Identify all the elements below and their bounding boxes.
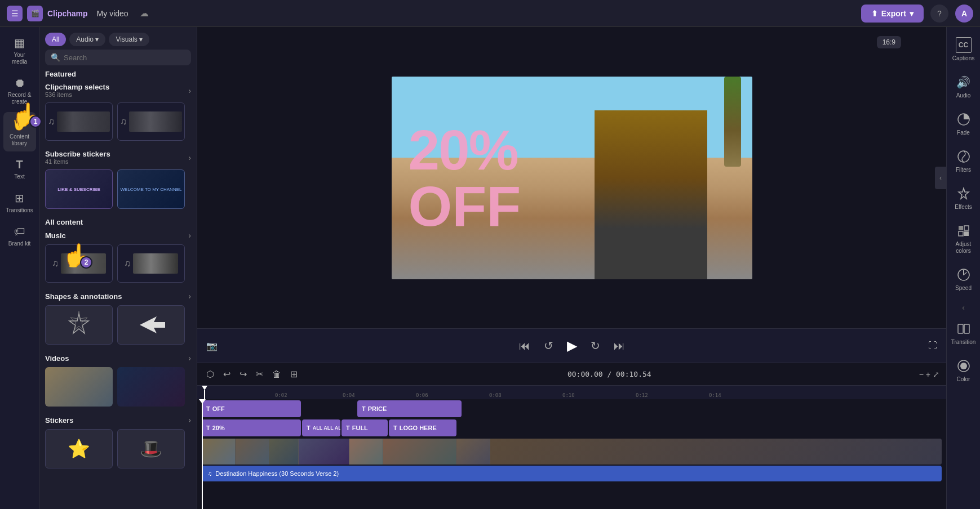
filter-visuals-button[interactable]: Visuals ▾ xyxy=(109,33,149,46)
sidebar-item-record-create[interactable]: ⏺ Record & create xyxy=(3,72,36,110)
content-library-icon: 🖐 xyxy=(12,117,27,131)
music-waveform-2 xyxy=(129,111,182,132)
sidebar-item-brand-kit[interactable]: 🏷 Brand kit xyxy=(3,221,36,252)
search-input[interactable] xyxy=(64,53,185,62)
skip-forward-button[interactable]: ⏭ xyxy=(611,337,627,355)
clipchamp-selects-header[interactable]: Clipchamp selects 536 items › xyxy=(45,83,191,98)
sidebar-item-label-transitions: Transitions xyxy=(6,207,33,214)
ruler-mark-008: 0:08 xyxy=(489,392,502,398)
sticker-welcome-thumb[interactable]: WELCOME TO MY CHANNEL xyxy=(117,169,185,209)
clip-label-logo: LOGO HERE xyxy=(400,425,437,431)
collapse-right-button[interactable]: ‹ xyxy=(960,301,967,314)
clip-all[interactable]: T ALL ALL ALL A xyxy=(302,419,340,436)
music-all-thumb-1[interactable]: ♫ xyxy=(45,244,113,283)
scissors-button[interactable]: ✂ xyxy=(254,367,265,382)
sidebar-item-content-library[interactable]: 🖐 Content library xyxy=(3,112,36,151)
zoom-fit-button[interactable]: ⤢ xyxy=(933,370,939,379)
redo-button[interactable]: ↪ xyxy=(237,367,249,382)
filter-audio-button[interactable]: Audio ▾ xyxy=(69,33,105,46)
sidebar-item-transitions[interactable]: ⊞ Transitions xyxy=(3,187,36,218)
export-button[interactable]: ⬆ Export ▾ xyxy=(861,5,924,23)
play-pause-button[interactable]: ▶ xyxy=(565,336,579,356)
help-button[interactable]: ? xyxy=(930,5,948,23)
music-track-clip[interactable]: ♫ Destination Happiness (30 Seconds Vers… xyxy=(202,466,942,481)
camera-icon[interactable]: 📷 xyxy=(204,338,220,354)
fullscreen-icon[interactable]: ⛶ xyxy=(926,338,939,353)
timeline-select-tool[interactable]: ⬡ xyxy=(204,367,216,382)
skip-back-button[interactable]: ⏮ xyxy=(517,337,533,355)
video-segment-3[interactable] xyxy=(349,439,456,465)
project-name[interactable]: My video xyxy=(97,9,128,18)
rewind-button[interactable]: ↺ xyxy=(542,337,556,355)
clipchamp-selects-items: ♫ ♫ xyxy=(45,102,191,141)
clip-full[interactable]: T FULL xyxy=(342,419,388,436)
right-item-speed[interactable]: Speed xyxy=(949,261,978,297)
fast-forward-button[interactable]: ↻ xyxy=(588,337,602,355)
delete-button[interactable]: 🗑 xyxy=(270,367,283,382)
undo-button[interactable]: ↩ xyxy=(221,367,233,382)
shape-arrow-thumb[interactable] xyxy=(117,305,185,345)
timeline-tracks[interactable]: T OFF T PRICE T xyxy=(197,399,946,509)
collapse-panel-button[interactable]: ‹ xyxy=(935,167,946,189)
videos-chevron: › xyxy=(188,354,191,363)
sticker-subscribe-thumb[interactable]: LIKE & SUBSCRIBE xyxy=(45,169,113,209)
video-track-clips[interactable] xyxy=(202,439,942,465)
right-item-filters[interactable]: Filters xyxy=(949,143,978,179)
zoom-out-button[interactable]: − xyxy=(919,370,924,379)
sticker-round-thumb[interactable]: ⭐ xyxy=(45,429,113,468)
timeline-ruler[interactable]: 0:02 0:04 0:06 0:08 0:10 0:12 0:14 xyxy=(197,386,946,399)
right-item-adjust-colors[interactable]: Adjust colors xyxy=(949,217,978,260)
aspect-ratio-button[interactable]: 16:9 xyxy=(877,36,901,48)
music-all-thumb-2[interactable]: ♫ xyxy=(117,244,185,283)
music-thumb-2[interactable]: ♫ xyxy=(117,102,185,141)
video-segment-1[interactable] xyxy=(202,439,299,465)
right-item-captions[interactable]: CC Captions xyxy=(949,32,978,68)
featured-header[interactable]: Featured xyxy=(45,70,191,78)
clip-off[interactable]: T OFF xyxy=(202,400,301,417)
sidebar-item-label-content: Content library xyxy=(6,133,34,147)
video-thumb-inner-2 xyxy=(117,367,185,407)
zoom-in-button[interactable]: + xyxy=(926,370,930,379)
right-item-audio[interactable]: 🔊 Audio xyxy=(949,69,978,105)
hamburger-icon[interactable]: ☰ xyxy=(7,6,23,21)
clip-price[interactable]: T PRICE xyxy=(357,400,462,417)
video-thumb-2[interactable] xyxy=(117,367,185,407)
subscribe-stickers-header[interactable]: Subscribe stickers 41 items › xyxy=(45,150,191,165)
shapes-header[interactable]: Shapes & annotations › xyxy=(45,292,191,301)
videos-header[interactable]: Videos › xyxy=(45,354,191,363)
ruler-mark-006: 0:06 xyxy=(416,392,428,398)
video-frame-4a xyxy=(456,439,490,465)
stickers-header[interactable]: Stickers › xyxy=(45,416,191,425)
capture-frame-button[interactable]: 📷 xyxy=(204,338,220,354)
video-segment-2[interactable] xyxy=(299,439,349,465)
clip-logo[interactable]: T LOGO HERE xyxy=(389,419,456,436)
sidebar-item-text[interactable]: T Text xyxy=(3,154,36,185)
visuals-dropdown-icon: ▾ xyxy=(139,35,143,43)
sidebar-item-label-brand: Brand kit xyxy=(8,240,30,247)
video-thumb-1[interactable] xyxy=(45,367,113,407)
right-item-label-adjust: Adjust colors xyxy=(951,241,976,254)
avatar[interactable]: A xyxy=(955,5,973,23)
right-item-effects[interactable]: Effects xyxy=(949,180,978,216)
right-item-label-color: Color xyxy=(957,376,970,383)
music-header[interactable]: Music › xyxy=(45,231,191,240)
shape-star-thumb[interactable] xyxy=(45,305,113,345)
sticker-hat-thumb[interactable]: 🎩 xyxy=(117,429,185,468)
svg-rect-7 xyxy=(959,231,963,236)
sidebar-item-your-media[interactable]: ▦ Your media xyxy=(3,32,36,70)
filter-all-button[interactable]: All xyxy=(45,33,66,46)
right-item-transition[interactable]: Transition xyxy=(949,315,978,351)
right-item-color[interactable]: Color xyxy=(949,352,978,389)
clip-20pct[interactable]: T 20% xyxy=(202,419,301,436)
fullscreen-button[interactable]: ⛶ xyxy=(926,338,939,353)
all-content-header[interactable]: All content xyxy=(45,218,191,226)
playhead-line-ruler xyxy=(204,390,205,399)
music-thumb-1[interactable]: ♫ xyxy=(45,102,113,141)
playhead[interactable] xyxy=(202,399,203,509)
right-item-fade[interactable]: Fade xyxy=(949,106,978,142)
video-segment-4[interactable] xyxy=(456,439,942,465)
ruler-mark-014: 0:14 xyxy=(709,392,721,398)
content-scroll[interactable]: Featured Clipchamp selects 536 items › ♫ xyxy=(39,70,197,509)
app-logo[interactable]: ☰ 🎬 Clipchamp xyxy=(7,6,88,21)
add-media-button[interactable]: ⊞ xyxy=(288,367,300,382)
